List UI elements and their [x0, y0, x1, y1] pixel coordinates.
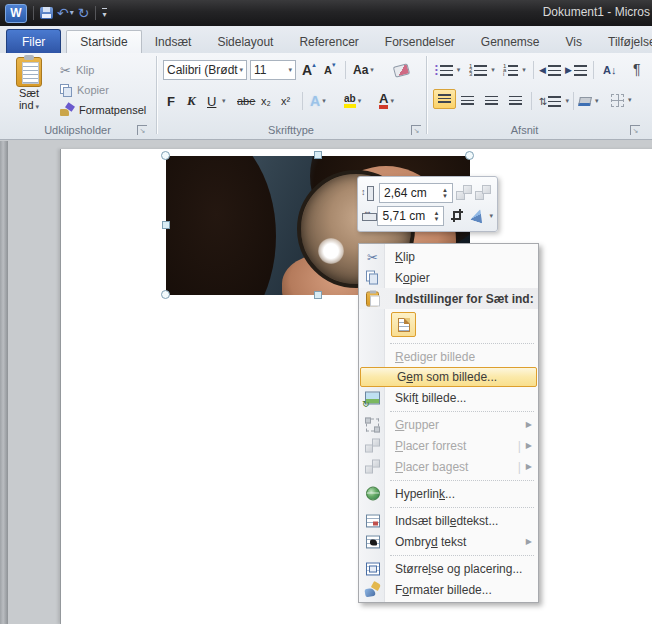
line-spacing-button[interactable]: ⇅▾ [539, 91, 569, 111]
strikethrough-button[interactable]: abe [237, 91, 255, 111]
decrease-indent-button[interactable]: ◀ [539, 60, 561, 80]
font-group: Calibri (Brødt▾ 11▾ A▴ A▾ Aa▾ F K U ▾ ab… [157, 53, 425, 139]
spinner-arrows-icon[interactable]: ▲▼ [442, 187, 448, 199]
text-highlight-button[interactable]: ab▾ [344, 91, 361, 111]
show-paragraph-marks-button[interactable]: ¶ [633, 59, 641, 79]
underline-button[interactable]: U [207, 91, 216, 111]
menu-item-group: Grupper▶ [359, 414, 538, 435]
resize-handle-bottom-left[interactable] [161, 290, 170, 299]
save-button[interactable] [40, 5, 53, 21]
resize-handle-top-right[interactable] [465, 151, 474, 160]
bullets-button[interactable]: •••▾ [435, 60, 460, 80]
multilevel-list-icon: 1ai [503, 64, 506, 76]
align-center-button[interactable] [461, 91, 474, 111]
submenu-divider: | [518, 460, 521, 474]
quick-access-toolbar: W ↶▾ ↻ ▾ [0, 4, 107, 23]
tab-gennemse[interactable]: Gennemse [468, 30, 553, 53]
menu-item-paste-option-keep-source-formatting[interactable] [391, 312, 416, 337]
font-dialog-launcher[interactable]: ↘ [411, 125, 421, 135]
copy-button[interactable]: Kopier [60, 81, 109, 99]
subscript-button[interactable]: x₂ [261, 91, 271, 111]
borders-button[interactable]: ▾ [611, 90, 632, 110]
menu-item-format-picture[interactable]: Formater billede... [359, 579, 538, 600]
customize-qat-button[interactable]: ▾ [102, 8, 106, 19]
resize-handle-top-left[interactable] [161, 151, 170, 160]
undo-button[interactable]: ↶▾ [57, 5, 74, 21]
superscript-button[interactable]: x² [281, 91, 290, 111]
cut-button[interactable]: ✂ Klip [60, 61, 94, 79]
menu-item-label: Gem som billede... [397, 370, 497, 384]
tab-filer[interactable]: Filer [6, 29, 61, 53]
tab-vis[interactable]: Vis [553, 30, 595, 53]
grow-font-button[interactable]: A▴ [302, 60, 316, 80]
chevron-down-icon[interactable]: ▾ [490, 212, 494, 220]
menu-item-save-as-picture[interactable]: Gem som billede... [360, 367, 537, 387]
scissors-icon: ✂ [60, 63, 71, 78]
crop-button[interactable] [451, 209, 463, 222]
save-icon [40, 7, 53, 19]
chevron-down-icon: ▾ [239, 66, 243, 74]
menu-item-label: Skift billede... [395, 391, 466, 405]
change-case-button[interactable]: Aa▾ [353, 60, 374, 80]
clear-formatting-button[interactable] [394, 60, 409, 80]
redo-button[interactable]: ↻ [78, 5, 90, 21]
menu-item-change-picture[interactable]: Skift billede... [359, 387, 538, 408]
text-effects-icon: A [310, 93, 320, 109]
menu-item-bring-to-front: Placer forrest|▶ [359, 435, 538, 456]
tab-startside[interactable]: Startside [66, 30, 141, 53]
justify-button[interactable] [509, 91, 522, 111]
menu-item-size-and-position[interactable]: Størrelse og placering... [359, 558, 538, 579]
tab-sidelayout[interactable]: Sidelayout [204, 30, 286, 53]
font-size-combo[interactable]: 11▾ [250, 60, 296, 80]
italic-button[interactable]: K [187, 91, 196, 111]
spinner-arrows-icon[interactable]: ▲▼ [434, 210, 440, 222]
tab-referencer[interactable]: Referencer [286, 30, 371, 53]
resize-handle-top-center[interactable] [314, 151, 322, 159]
format-painter-button[interactable]: Formatpensel [60, 101, 146, 119]
sort-button[interactable]: A↓ [603, 60, 616, 80]
resize-handle-middle-left[interactable] [162, 221, 170, 229]
tab-indsaet[interactable]: Indsæt [142, 30, 205, 53]
paste-button[interactable]: Sæt ind▾ [8, 57, 50, 123]
menu-item-cut[interactable]: ✂Klip [359, 246, 538, 267]
menu-item-wrap-text[interactable]: Ombryd tekst▶ [359, 531, 538, 552]
word-logo-icon[interactable]: W [5, 4, 27, 23]
height-spinner[interactable]: 2,64 cm ▲▼ [379, 183, 453, 203]
chevron-down-icon[interactable]: ▾ [70, 6, 74, 20]
chevron-down-icon: ▾ [457, 66, 461, 74]
window-title: Dokument1 - Micros [543, 5, 650, 19]
menu-item-hyperlink[interactable]: Hyperlink... [359, 483, 538, 504]
menu-item-copy[interactable]: Kopier [359, 267, 538, 288]
align-left-button[interactable] [433, 89, 456, 109]
underline-dropdown[interactable]: ▾ [220, 91, 226, 111]
paragraph-dialog-launcher[interactable]: ↘ [630, 125, 640, 135]
format-picture-icon [364, 581, 381, 598]
paste-label-2: ind▾ [8, 99, 50, 111]
ribbon-tabs: Filer Startside Indsæt Sidelayout Refere… [0, 26, 652, 53]
resize-handle-bottom-center[interactable] [314, 291, 322, 299]
format-painter-icon [60, 104, 74, 116]
tab-tilfoejelsesprogrammer[interactable]: Tilføjelsesp [595, 30, 652, 53]
menu-item-label: Formater billede... [395, 583, 492, 597]
tab-forsendelser[interactable]: Forsendelser [372, 30, 468, 53]
submenu-arrow-icon: ▶ [526, 420, 532, 429]
multilevel-list-button[interactable]: 1ai▾ [503, 60, 526, 80]
font-color-button[interactable]: A▾ [379, 91, 394, 111]
shading-button[interactable]: ▾ [579, 91, 599, 111]
menu-item-label: Indstillinger for Sæt ind: [395, 292, 534, 306]
chevron-down-icon: ▾ [322, 97, 326, 105]
divider [302, 92, 303, 110]
align-right-button[interactable] [485, 91, 498, 111]
increase-indent-button[interactable]: ▶ [565, 60, 587, 80]
clipboard-dialog-launcher[interactable]: ↘ [137, 125, 147, 135]
menu-item-insert-caption[interactable]: Indsæt billedtekst... [359, 510, 538, 531]
align-right-icon [485, 96, 498, 107]
chevron-down-icon: ▾ [595, 97, 599, 105]
rotate-button[interactable] [470, 207, 486, 223]
font-name-combo[interactable]: Calibri (Brødt▾ [163, 60, 247, 80]
width-spinner[interactable]: 5,71 cm ▲▼ [377, 206, 444, 226]
text-effects-button[interactable]: A▾ [310, 91, 326, 111]
bold-button[interactable]: F [167, 91, 175, 111]
shrink-font-button[interactable]: A▾ [324, 60, 335, 80]
numbering-button[interactable]: 123▾ [469, 60, 495, 80]
